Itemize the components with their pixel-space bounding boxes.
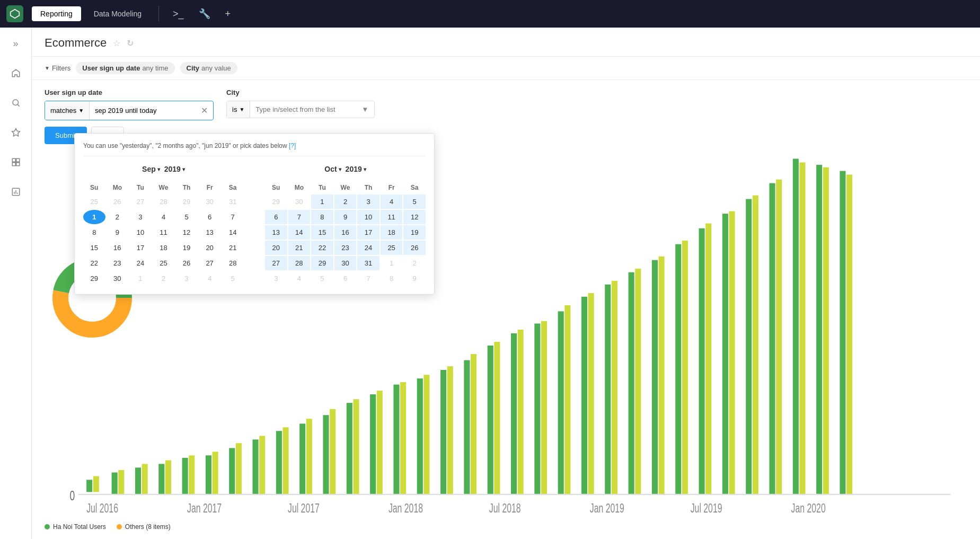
date-matches-select[interactable]: matches ▼: [45, 101, 90, 120]
oct-month-select[interactable]: Oct: [324, 165, 341, 173]
calendar-day[interactable]: 12: [403, 210, 426, 224]
calendar-day[interactable]: 3: [129, 210, 152, 224]
sep-year-select[interactable]: 2019: [164, 165, 185, 173]
calendar-day[interactable]: 1: [129, 271, 152, 286]
calendar-day[interactable]: 1: [311, 195, 333, 209]
calendar-day[interactable]: 25: [153, 256, 175, 270]
calendar-day[interactable]: 15: [83, 241, 105, 255]
calendar-day[interactable]: 29: [265, 195, 287, 209]
calendar-day[interactable]: 26: [175, 256, 198, 270]
sidebar-item-data[interactable]: [6, 153, 25, 172]
calendar-day[interactable]: 19: [403, 225, 426, 240]
calendar-day[interactable]: 16: [334, 225, 357, 240]
city-dropdown-button[interactable]: ▼: [356, 101, 374, 118]
calendar-day[interactable]: 2: [334, 195, 357, 209]
calendar-day[interactable]: 26: [403, 241, 426, 255]
sidebar-item-search[interactable]: [6, 93, 25, 112]
calendar-day[interactable]: 22: [83, 256, 105, 270]
calendar-help-link[interactable]: [?]: [289, 142, 296, 149]
calendar-day[interactable]: 2: [153, 271, 175, 286]
favorite-icon-button[interactable]: ☆: [113, 38, 120, 48]
calendar-day[interactable]: 1: [83, 210, 105, 224]
calendar-day[interactable]: 19: [175, 241, 198, 255]
sidebar-item-home[interactable]: [6, 64, 25, 83]
calendar-day[interactable]: 2: [107, 210, 129, 224]
calendar-day[interactable]: 9: [403, 271, 426, 286]
calendar-day[interactable]: 5: [403, 195, 426, 209]
calendar-day[interactable]: 14: [288, 225, 311, 240]
calendar-day[interactable]: 27: [265, 256, 287, 270]
calendar-day[interactable]: 30: [334, 256, 357, 270]
calendar-day[interactable]: 24: [129, 256, 152, 270]
calendar-day[interactable]: 27: [199, 256, 221, 270]
calendar-day[interactable]: 24: [357, 241, 379, 255]
calendar-day[interactable]: 8: [381, 271, 403, 286]
calendar-day[interactable]: 1: [381, 256, 403, 270]
calendar-day[interactable]: 18: [153, 241, 175, 255]
oct-year-select[interactable]: 2019: [346, 165, 366, 173]
calendar-day[interactable]: 14: [222, 225, 244, 240]
date-clear-button[interactable]: ✕: [196, 101, 213, 120]
calendar-day[interactable]: 5: [175, 210, 198, 224]
calendar-day[interactable]: 5: [311, 271, 333, 286]
calendar-day[interactable]: 31: [222, 195, 244, 209]
calendar-day[interactable]: 27: [129, 195, 152, 209]
calendar-day[interactable]: 22: [311, 241, 333, 255]
calendar-day[interactable]: 29: [311, 256, 333, 270]
filter-chip-date[interactable]: User sign up date any time: [76, 62, 174, 74]
calendar-day[interactable]: 4: [381, 195, 403, 209]
calendar-day[interactable]: 23: [107, 256, 129, 270]
calendar-day[interactable]: 17: [129, 241, 152, 255]
calendar-day[interactable]: 3: [175, 271, 198, 286]
date-value-input[interactable]: [90, 101, 196, 120]
calendar-day[interactable]: 7: [288, 210, 311, 224]
calendar-day[interactable]: 7: [357, 271, 379, 286]
calendar-day[interactable]: 30: [107, 271, 129, 286]
calendar-day[interactable]: 13: [265, 225, 287, 240]
calendar-day[interactable]: 20: [265, 241, 287, 255]
sep-month-select[interactable]: Sep: [142, 165, 160, 173]
calendar-day[interactable]: 9: [107, 225, 129, 240]
city-operator-select[interactable]: is ▼: [227, 101, 250, 118]
refresh-icon-button[interactable]: ↻: [127, 38, 134, 48]
calendar-day[interactable]: 21: [288, 241, 311, 255]
calendar-day[interactable]: 31: [357, 256, 379, 270]
calendar-day[interactable]: 13: [199, 225, 221, 240]
calendar-day[interactable]: 26: [107, 195, 129, 209]
calendar-day[interactable]: 16: [107, 241, 129, 255]
calendar-day[interactable]: 28: [222, 256, 244, 270]
calendar-day[interactable]: 3: [265, 271, 287, 286]
calendar-day[interactable]: 10: [129, 225, 152, 240]
calendar-day[interactable]: 23: [334, 241, 357, 255]
calendar-day[interactable]: 29: [175, 195, 198, 209]
calendar-day[interactable]: 6: [199, 210, 221, 224]
calendar-day[interactable]: 11: [153, 225, 175, 240]
sidebar-item-favorites[interactable]: [6, 123, 25, 142]
calendar-day[interactable]: 25: [381, 241, 403, 255]
calendar-day[interactable]: 11: [381, 210, 403, 224]
calendar-day[interactable]: 4: [199, 271, 221, 286]
calendar-day[interactable]: 30: [288, 195, 311, 209]
city-value-input[interactable]: [250, 101, 356, 118]
calendar-day[interactable]: 28: [153, 195, 175, 209]
wrench-icon-button[interactable]: 🔧: [193, 5, 216, 23]
calendar-day[interactable]: 15: [311, 225, 333, 240]
calendar-day[interactable]: 8: [311, 210, 333, 224]
calendar-day[interactable]: 10: [357, 210, 379, 224]
calendar-day[interactable]: 28: [288, 256, 311, 270]
sidebar-collapse-button[interactable]: »: [6, 34, 25, 53]
sidebar-item-reports[interactable]: [6, 182, 25, 201]
filter-chip-city[interactable]: City any value: [180, 62, 237, 74]
calendar-day[interactable]: 5: [222, 271, 244, 286]
calendar-day[interactable]: 7: [222, 210, 244, 224]
calendar-day[interactable]: 2: [403, 256, 426, 270]
nav-tab-data-modeling[interactable]: Data Modeling: [85, 6, 150, 21]
calendar-day[interactable]: 4: [153, 210, 175, 224]
calendar-day[interactable]: 25: [83, 195, 105, 209]
add-icon-button[interactable]: +: [220, 5, 236, 23]
calendar-day[interactable]: 17: [357, 225, 379, 240]
nav-tab-reporting[interactable]: Reporting: [32, 6, 81, 21]
calendar-day[interactable]: 20: [199, 241, 221, 255]
calendar-day[interactable]: 9: [334, 210, 357, 224]
calendar-day[interactable]: 12: [175, 225, 198, 240]
